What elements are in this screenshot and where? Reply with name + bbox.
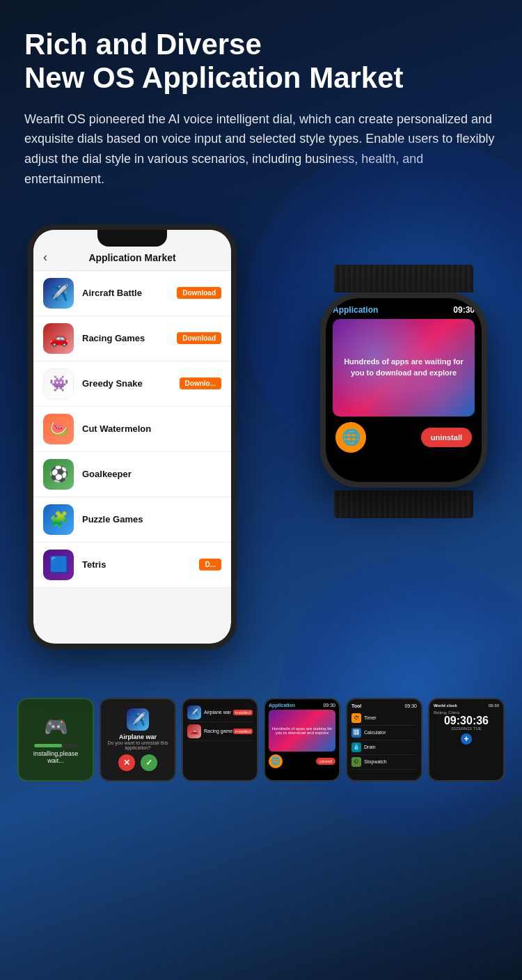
app-item-puzzle[interactable]: 🧩 Puzzle Games xyxy=(33,497,231,543)
watch-side-button xyxy=(483,375,487,391)
app-item-watermelon[interactable]: 🍉 Cut Watermelon xyxy=(33,407,231,452)
thumb5-header: Tool 09:30 xyxy=(351,703,417,708)
watch-header-bar: Application 09:30 xyxy=(333,305,475,315)
thumb5-name-stopwatch: Stopwatch xyxy=(364,759,387,764)
app-icon-watermelon: 🍉 xyxy=(43,414,74,444)
thumb-app-list-badges: ✈️ Airplane war installed 🚗 Racing game … xyxy=(182,698,258,781)
thumb-uninstall-dialog: ✈️ Airplane war Do you want to uninstall… xyxy=(100,698,176,781)
header-section: Rich and Diverse New OS Application Mark… xyxy=(0,0,522,203)
thumb4-globe-btn[interactable]: 🌐 xyxy=(269,754,283,768)
download-btn-snake[interactable]: Downlo... xyxy=(180,378,221,389)
main-title: Rich and Diverse New OS Application Mark… xyxy=(24,28,498,95)
thumb3-badge-aircraft: installed xyxy=(233,710,253,715)
app-name-tetris: Tetris xyxy=(82,559,199,570)
watch-case: Application 09:30 Hundreds of apps are w… xyxy=(320,293,487,488)
thumb5-icon-timer: ⏱ xyxy=(351,713,361,723)
app-name-watermelon: Cut Watermelon xyxy=(82,423,221,434)
thumb4-uninstall-btn[interactable]: uninstall xyxy=(316,758,335,765)
thumb5-name-drain: Drain xyxy=(364,745,376,749)
thumb6-header: World clock 09:30 xyxy=(434,703,499,708)
phone-mockup: ‹ Application Market ✈️ Aircraft Battle … xyxy=(28,224,237,649)
phone-screen: ‹ Application Market ✈️ Aircraft Battle … xyxy=(33,230,231,644)
watch-content-text: Hundreds of apps are waiting for you to … xyxy=(340,357,468,378)
watch-bottom-bar: 🌐 uninstall xyxy=(333,422,475,453)
thumb6-add-btn[interactable]: + xyxy=(461,733,472,745)
thumb5-item-drain: 💧 Drain xyxy=(351,740,417,755)
thumbnails-section: 🎮 Installing,please wait... ✈️ Airplane … xyxy=(0,684,522,802)
thumb4-bottom: 🌐 uninstall xyxy=(269,754,335,768)
thumb5-name-calc: Calculator xyxy=(364,730,386,735)
thumb5-item-timer: ⏱ Timer xyxy=(351,711,417,726)
app-item-tetris[interactable]: 🟦 Tetris D... xyxy=(33,543,231,588)
thumb6-time-small: 09:30 xyxy=(489,703,499,708)
thumb3-name-aircraft: Airplane war xyxy=(204,710,233,715)
app-icon-goalkeeper: ⚽ xyxy=(43,459,74,490)
thumb2-question: Do you want to uninstall this applicatio… xyxy=(105,740,171,750)
thumb5-time: 09:30 xyxy=(404,703,417,708)
thumb-world-clock: World clock 09:30 Beijing, China 09:30:3… xyxy=(428,698,505,781)
watch-screen: Application 09:30 Hundreds of apps are w… xyxy=(326,298,482,482)
thumb6-big-time: 09:30:36 xyxy=(434,715,499,727)
thumb1-progress-bar xyxy=(34,744,78,747)
thumb4-header: Application 09:30 xyxy=(269,703,335,708)
app-name-aircraft: Aircraft Battle xyxy=(82,288,177,298)
thumb5-label: Tool xyxy=(351,703,361,708)
app-icon-snake: 👾 xyxy=(43,368,74,399)
thumb1-status-text: Installing,please wait... xyxy=(24,750,87,764)
app-name-goalkeeper: Goalkeeper xyxy=(82,469,221,479)
watch-app-label: Application xyxy=(333,305,378,315)
watch-crown xyxy=(483,326,487,361)
app-item-snake[interactable]: 👾 Greedy Snake Downlo... xyxy=(33,361,231,407)
thumb1-content: 🎮 Installing,please wait... xyxy=(19,699,93,780)
thumb2-confirm-btn[interactable]: ✓ xyxy=(141,754,157,771)
thumb2-app-name: Airplane war xyxy=(119,733,157,740)
app-item-racing[interactable]: 🚗 Racing Games Download xyxy=(33,316,231,361)
watch-band-bottom xyxy=(334,490,473,518)
thumb6-content: World clock 09:30 Beijing, China 09:30:3… xyxy=(429,699,503,780)
watch-uninstall-btn[interactable]: uninstall xyxy=(421,428,472,447)
thumb4-content: Application 09:30 Hundreds of apps are w… xyxy=(265,699,339,780)
thumb-watch-tool: Tool 09:30 ⏱ Timer 🔢 Calculator 💧 Drain … xyxy=(346,698,422,781)
thumb5-content: Tool 09:30 ⏱ Timer 🔢 Calculator 💧 Drain … xyxy=(347,699,421,780)
thumb4-content-text: Hundreds of apps are waiting for you to … xyxy=(269,726,335,735)
thumb5-icon-calc: 🔢 xyxy=(351,728,361,738)
watch-time: 09:30 xyxy=(453,305,475,315)
thumb3-badge-racing: installed xyxy=(233,729,253,734)
devices-section: ‹ Application Market ✈️ Aircraft Battle … xyxy=(0,210,522,684)
app-icon-racing: 🚗 xyxy=(43,323,74,354)
thumb2-buttons: ✕ ✓ xyxy=(118,754,157,771)
thumb3-item-aircraft: ✈️ Airplane war installed xyxy=(187,703,253,722)
app-name-racing: Racing Games xyxy=(82,333,177,343)
thumb4-app-label: Application xyxy=(269,703,295,708)
thumb5-icon-drain: 💧 xyxy=(351,742,361,752)
thumb3-content: ✈️ Airplane war installed 🚗 Racing game … xyxy=(183,699,257,780)
thumb3-icon-aircraft: ✈️ xyxy=(187,706,201,720)
app-item-goalkeeper[interactable]: ⚽ Goalkeeper xyxy=(33,452,231,497)
thumb-watch-app: Application 09:30 Hundreds of apps are w… xyxy=(264,698,340,781)
download-btn-tetris[interactable]: D... xyxy=(199,559,221,570)
app-item-aircraft[interactable]: ✈️ Aircraft Battle Download xyxy=(33,271,231,316)
back-arrow[interactable]: ‹ xyxy=(43,250,47,265)
thumb2-content: ✈️ Airplane war Do you want to uninstall… xyxy=(101,699,175,780)
thumb-installing: 🎮 Installing,please wait... xyxy=(17,698,94,781)
download-btn-aircraft[interactable]: Download xyxy=(177,287,221,299)
thumb4-time: 09:30 xyxy=(323,703,335,708)
watch-globe-btn[interactable]: 🌐 xyxy=(335,422,366,453)
thumb2-cancel-btn[interactable]: ✕ xyxy=(118,754,135,771)
thumb3-icon-racing: 🚗 xyxy=(187,724,201,738)
thumb2-app-icon: ✈️ xyxy=(127,708,149,731)
thumb4-main-area: Hundreds of apps are waiting for you to … xyxy=(269,710,335,752)
watch-content-area: Hundreds of apps are waiting for you to … xyxy=(333,319,475,417)
watch-mockup: Application 09:30 Hundreds of apps are w… xyxy=(306,266,501,489)
download-btn-racing[interactable]: Download xyxy=(177,332,221,344)
app-name-snake: Greedy Snake xyxy=(82,378,180,389)
app-icon-aircraft: ✈️ xyxy=(43,278,74,309)
thumb5-item-stopwatch: ⏲ Stopwatch xyxy=(351,755,417,770)
globe-icon: 🌐 xyxy=(342,428,361,446)
thumb5-name-timer: Timer xyxy=(364,715,377,720)
thumb1-progress-fill xyxy=(34,744,63,747)
app-icon-tetris: 🟦 xyxy=(43,550,74,580)
thumb3-name-racing: Racing game xyxy=(204,729,233,733)
thumb6-label: World clock xyxy=(434,703,457,708)
phone-notch xyxy=(97,230,167,247)
